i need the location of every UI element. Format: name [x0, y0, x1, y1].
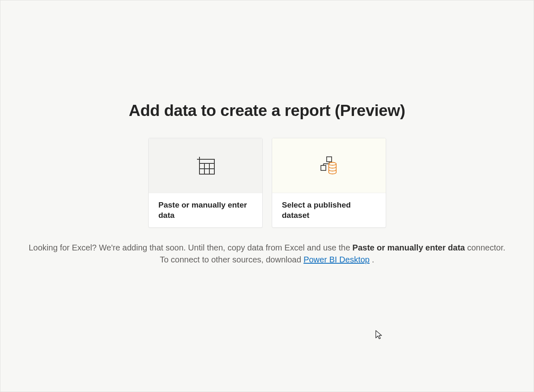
select-dataset-card[interactable]: Select a published dataset [272, 138, 386, 228]
dataset-card-icon-area [272, 138, 386, 193]
paste-card-label-area: Paste or manually enter data [149, 193, 262, 227]
help-bold: Paste or manually enter data [352, 243, 465, 252]
paste-card-icon-area [149, 138, 262, 193]
help-prefix: Looking for Excel? We're adding that soo… [28, 243, 352, 252]
svg-rect-7 [327, 157, 332, 162]
cursor-icon [375, 330, 383, 340]
dataset-icon [318, 155, 339, 176]
paste-card-label: Paste or manually enter data [159, 200, 252, 221]
add-data-panel: Add data to create a report (Preview) [0, 102, 534, 266]
svg-point-12 [329, 162, 336, 165]
help-suffix: . [370, 255, 374, 264]
dataset-card-label-area: Select a published dataset [272, 193, 386, 227]
table-plus-icon [196, 156, 215, 175]
svg-rect-2 [199, 159, 214, 174]
svg-rect-11 [321, 165, 326, 170]
option-cards-row: Paste or manually enter data [148, 138, 386, 228]
paste-data-card[interactable]: Paste or manually enter data [148, 138, 263, 228]
dataset-card-label: Select a published dataset [282, 200, 376, 221]
page-title: Add data to create a report (Preview) [129, 102, 405, 120]
power-bi-desktop-link[interactable]: Power BI Desktop [304, 255, 370, 264]
help-text: Looking for Excel? We're adding that soo… [11, 242, 523, 266]
